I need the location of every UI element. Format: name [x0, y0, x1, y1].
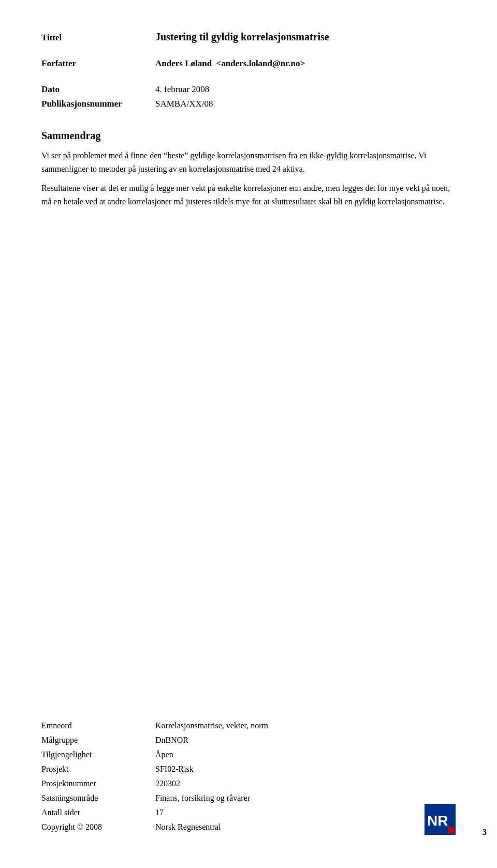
emneord-value: Korrelasjonsmatrise, vekter, norm	[155, 721, 268, 730]
pub-number-value: SAMBA/XX/08	[155, 99, 213, 109]
emneord-label: Emneord	[41, 721, 155, 730]
title-label: Tittel	[41, 33, 155, 43]
date-pub-section: Dato 4. februar 2008 Publikasjonsnummer …	[41, 84, 456, 109]
svg-text:NR: NR	[427, 813, 448, 829]
author-email: <anders.loland@nr.no>	[216, 58, 305, 68]
author-value: Anders Løland <anders.loland@nr.no>	[155, 58, 305, 69]
author-name: Anders Løland	[155, 58, 212, 68]
date-value: 4. februar 2008	[155, 84, 209, 95]
tilgjengelighet-value: Åpen	[155, 750, 173, 759]
copyright-row: Copyright © 2008 Norsk Regnesentral	[41, 822, 456, 832]
page-number: 3	[483, 828, 487, 837]
sammendrag-paragraph1: Vi ser på problemet med å finne den “bes…	[41, 149, 456, 175]
prosjekt-label: Prosjekt	[41, 765, 155, 774]
copyright-value: Norsk Regnesentral	[155, 822, 221, 832]
title-value: Justering til gyldig korrelasjonsmatrise	[155, 31, 329, 43]
malgruppe-row: Målgruppe DnBNOR	[41, 736, 456, 745]
pub-number-label: Publikasjonsnummer	[41, 99, 155, 109]
malgruppe-value: DnBNOR	[155, 736, 188, 745]
prosjekt-row: Prosjekt SFI02-Risk	[41, 765, 456, 774]
emneord-row: Emneord Korrelasjonsmatrise, vekter, nor…	[41, 721, 456, 730]
nr-logo-icon: NR	[425, 804, 456, 835]
pub-number-row: Publikasjonsnummer SAMBA/XX/08	[41, 99, 456, 109]
page: Tittel Justering til gyldig korrelasjons…	[0, 0, 497, 868]
copyright-label: Copyright © 2008	[41, 822, 155, 832]
antall-sider-row: Antall sider 17	[41, 808, 456, 817]
author-label: Forfatter	[41, 58, 155, 69]
satsningsomrade-value: Finans, forsikring og råvarer	[155, 794, 250, 803]
tilgjengelighet-label: Tilgjengelighet	[41, 750, 155, 759]
sammendrag-title: Sammendrag	[41, 130, 456, 142]
sammendrag-paragraph2: Resultatene viser at det er mulig å legg…	[41, 182, 456, 208]
date-label: Dato	[41, 84, 155, 95]
prosjektnummer-label: Prosjektnummer	[41, 779, 155, 788]
satsningsomrade-row: Satsningsområde Finans, forsikring og rå…	[41, 794, 456, 803]
nr-logo-container: NR	[425, 804, 456, 837]
prosjektnummer-value: 220302	[155, 779, 180, 788]
author-row: Forfatter Anders Løland <anders.loland@n…	[41, 58, 456, 69]
antall-sider-value: 17	[155, 808, 164, 817]
antall-sider-label: Antall sider	[41, 808, 155, 817]
title-row: Tittel Justering til gyldig korrelasjons…	[41, 31, 456, 43]
satsningsomrade-label: Satsningsområde	[41, 794, 155, 803]
sammendrag-section: Sammendrag Vi ser på problemet med å fin…	[41, 130, 456, 208]
malgruppe-label: Målgruppe	[41, 736, 155, 745]
date-row: Dato 4. februar 2008	[41, 84, 456, 95]
prosjekt-value: SFI02-Risk	[155, 765, 194, 774]
prosjektnummer-row: Prosjektnummer 220302	[41, 779, 456, 788]
svg-rect-2	[448, 827, 454, 833]
bottom-details-section: Emneord Korrelasjonsmatrise, vekter, nor…	[41, 721, 456, 837]
tilgjengelighet-row: Tilgjengelighet Åpen	[41, 750, 456, 759]
